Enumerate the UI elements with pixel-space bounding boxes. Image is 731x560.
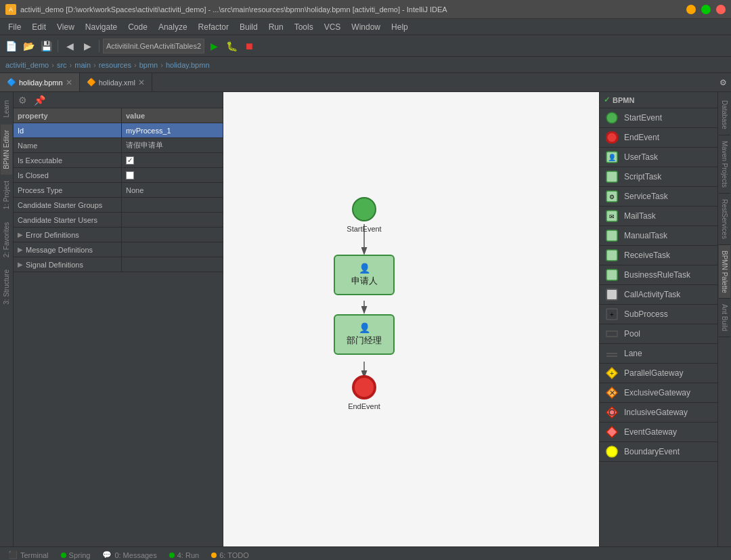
run-button[interactable]: ▶ bbox=[206, 38, 222, 54]
right-tab-maven[interactable]: Maven Projects bbox=[719, 135, 730, 194]
props-row-id[interactable]: Id myProcess_1 bbox=[14, 123, 223, 138]
palette-receive-task[interactable]: ReceiveTask bbox=[600, 246, 717, 265]
bc-bpmn[interactable]: bpmn bbox=[139, 61, 158, 69]
task-applicant[interactable]: 👤 申请人 bbox=[334, 255, 395, 295]
props-row-candidate-users[interactable]: Candidate Starter Users bbox=[14, 213, 223, 228]
menu-item-vcs[interactable]: VCS bbox=[319, 21, 347, 33]
menu-item-navigate[interactable]: Navigate bbox=[80, 21, 123, 33]
terminal-label: Terminal bbox=[20, 551, 49, 559]
palette-mail-task[interactable]: ✉ MailTask bbox=[600, 207, 717, 226]
bottom-tab-run[interactable]: 4: Run bbox=[164, 550, 204, 561]
palette-subprocess[interactable]: + SubProcess bbox=[600, 305, 717, 324]
task-manager[interactable]: 👤 部门经理 bbox=[334, 314, 395, 355]
right-tab-bpmn-palette[interactable]: BPMN Palette bbox=[719, 245, 730, 299]
palette-exclusive-gateway[interactable]: ✕ ExclusiveGateway bbox=[600, 383, 717, 403]
props-pin-button[interactable]: 📌 bbox=[32, 95, 47, 106]
executable-checkbox[interactable]: ✓ bbox=[126, 156, 134, 165]
palette-call-activity[interactable]: CallActivityTask bbox=[600, 285, 717, 305]
minimize-button[interactable] bbox=[686, 5, 696, 14]
maximize-button[interactable] bbox=[701, 5, 711, 14]
left-sidebar-tabs: Learn BPMN Editor 1: Project 2: Favorite… bbox=[0, 92, 14, 546]
palette-user-task[interactable]: 👤 UserTask bbox=[600, 148, 717, 167]
palette-start-event[interactable]: StartEvent bbox=[600, 108, 717, 128]
svg-text:✕: ✕ bbox=[609, 389, 615, 397]
open-button[interactable]: 📂 bbox=[20, 38, 37, 54]
right-tab-rest[interactable]: RestServices bbox=[719, 194, 730, 245]
menu-item-window[interactable]: Window bbox=[346, 21, 386, 33]
tab-settings[interactable]: ⚙ bbox=[715, 73, 731, 91]
run-config-dropdown[interactable]: ActivitiInit.GenActivitiTables2 bbox=[103, 39, 204, 53]
menu-item-edit[interactable]: Edit bbox=[26, 21, 51, 33]
svg-rect-13 bbox=[606, 230, 617, 241]
bc-src[interactable]: src bbox=[57, 61, 67, 69]
palette-script-task[interactable]: ScriptTask bbox=[600, 167, 717, 187]
props-val-closed bbox=[122, 168, 223, 182]
menu-item-help[interactable]: Help bbox=[386, 21, 414, 33]
save-button[interactable]: 💾 bbox=[38, 38, 54, 54]
close-button[interactable] bbox=[716, 5, 726, 14]
props-settings-button[interactable]: ⚙ bbox=[16, 95, 29, 106]
end-event[interactable] bbox=[352, 375, 376, 400]
menu-item-file[interactable]: File bbox=[3, 21, 26, 33]
menu-item-run[interactable]: Run bbox=[263, 21, 289, 33]
props-row-signal-defs[interactable]: ▶ Signal Definitions bbox=[14, 257, 223, 272]
debug-button[interactable]: 🐛 bbox=[223, 38, 240, 54]
props-row-closed[interactable]: Is Closed bbox=[14, 168, 223, 183]
palette-end-event[interactable]: EndEvent bbox=[600, 128, 717, 148]
palette-pool[interactable]: Pool bbox=[600, 324, 717, 344]
menu-item-refactor[interactable]: Refactor bbox=[193, 21, 234, 33]
bottom-tab-todo[interactable]: 6: TODO bbox=[206, 550, 254, 561]
bottom-tab-spring[interactable]: Spring bbox=[56, 550, 96, 561]
palette-boundary-event[interactable]: BoundaryEvent bbox=[600, 442, 717, 462]
props-val-executable: ✓ bbox=[122, 153, 223, 167]
sidebar-tab-learn[interactable]: Learn bbox=[1, 95, 12, 123]
bc-resources[interactable]: resources bbox=[99, 61, 131, 69]
sidebar-tab-project[interactable]: 1: Project bbox=[1, 175, 12, 215]
sidebar-tab-structure[interactable]: 3: Structure bbox=[1, 264, 12, 310]
right-tab-database[interactable]: Database bbox=[719, 95, 730, 135]
sidebar-tab-bpmn-editor[interactable]: BPMN Editor bbox=[1, 125, 12, 175]
bpmn-canvas[interactable]: StartEvent 👤 申请人 👤 部门经理 EndEvent bbox=[223, 92, 599, 546]
svg-rect-19 bbox=[606, 331, 617, 337]
svg-marker-26 bbox=[606, 407, 617, 418]
bc-project[interactable]: activiti_demo bbox=[5, 61, 49, 69]
palette-title: BPMN bbox=[613, 96, 634, 104]
tab-close-xml[interactable]: ✕ bbox=[138, 78, 145, 87]
right-tab-ant[interactable]: Ant Build bbox=[719, 299, 730, 337]
props-row-executable[interactable]: Is Executable ✓ bbox=[14, 153, 223, 168]
tab-holiday-bpmn[interactable]: 🔷 holiday.bpmn ✕ bbox=[0, 73, 80, 91]
props-row-error-defs[interactable]: ▶ Error Definitions bbox=[14, 228, 223, 242]
stop-button[interactable]: ⏹ bbox=[241, 38, 257, 54]
palette-service-task[interactable]: ⚙ ServiceTask bbox=[600, 187, 717, 207]
palette-inclusive-gateway[interactable]: InclusiveGateway bbox=[600, 403, 717, 423]
tab-close-bpmn[interactable]: ✕ bbox=[66, 78, 72, 87]
bpmn-palette: ✓ BPMN StartEvent EndEvent 👤 UserTask bbox=[599, 92, 717, 546]
bottom-tabs: ⬛ Terminal Spring 💬 0: Messages 4: Run 6… bbox=[0, 546, 731, 560]
sidebar-tab-favorites[interactable]: 2: Favorites bbox=[1, 217, 12, 263]
palette-business-task[interactable]: BusinessRuleTask bbox=[600, 265, 717, 285]
back-button[interactable]: ◀ bbox=[62, 38, 78, 54]
new-file-button[interactable]: 📄 bbox=[3, 38, 19, 54]
props-row-candidate-groups[interactable]: Candidate Starter Groups bbox=[14, 198, 223, 213]
start-event[interactable] bbox=[352, 197, 376, 221]
menu-item-build[interactable]: Build bbox=[234, 21, 263, 33]
bottom-tab-terminal[interactable]: ⬛ Terminal bbox=[3, 549, 54, 560]
palette-event-gateway[interactable]: EventGateway bbox=[600, 423, 717, 442]
tab-holiday-xml[interactable]: 🔶 holiday.xml ✕ bbox=[80, 73, 152, 91]
bc-file[interactable]: holiday.bpmn bbox=[166, 61, 210, 69]
closed-checkbox[interactable] bbox=[126, 171, 134, 179]
bottom-tab-messages[interactable]: 💬 0: Messages bbox=[97, 549, 162, 560]
props-row-name[interactable]: Name 请假申请单 bbox=[14, 138, 223, 153]
props-row-process-type[interactable]: Process Type None bbox=[14, 183, 223, 198]
forward-button[interactable]: ▶ bbox=[79, 38, 95, 54]
toolbar-separator-2 bbox=[99, 40, 99, 52]
bc-main[interactable]: main bbox=[74, 61, 91, 69]
palette-lane[interactable]: Lane bbox=[600, 344, 717, 364]
palette-manual-task[interactable]: ManualTask bbox=[600, 226, 717, 246]
menu-item-code[interactable]: Code bbox=[123, 21, 153, 33]
menu-item-analyze[interactable]: Analyze bbox=[153, 21, 193, 33]
menu-item-view[interactable]: View bbox=[51, 21, 80, 33]
palette-parallel-gateway[interactable]: + ParallelGateway bbox=[600, 364, 717, 383]
menu-item-tools[interactable]: Tools bbox=[289, 21, 319, 33]
props-row-msg-defs[interactable]: ▶ Message Definitions bbox=[14, 242, 223, 257]
